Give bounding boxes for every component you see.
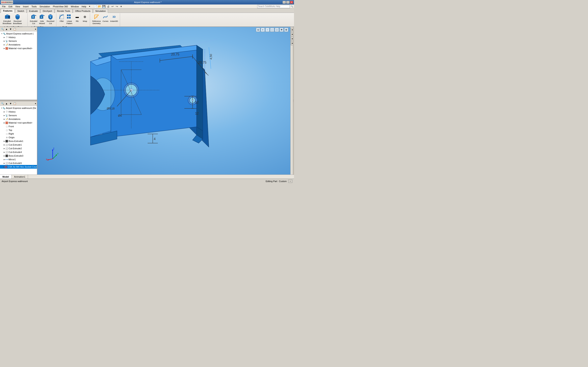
menu-arrow[interactable]: ▾ xyxy=(88,5,91,8)
zoom-to-fit-btn[interactable]: ⊡ xyxy=(256,28,260,32)
tree-item-right[interactable]: ◻ Right xyxy=(0,132,37,136)
hole-wizard-button[interactable]: HoleWizard xyxy=(38,14,45,25)
tree-item-root1[interactable]: ▼ 🔩 Airport Express wallmount ( xyxy=(0,32,37,35)
menu-photoview[interactable]: PhotoView 360 xyxy=(52,5,69,8)
qa-undo[interactable]: ↩ xyxy=(111,5,114,8)
qa-open[interactable]: 📂 xyxy=(98,5,102,8)
qa-options[interactable]: ▾ xyxy=(119,5,123,8)
close-button[interactable]: ✕ xyxy=(290,1,293,4)
menu-help[interactable]: Help xyxy=(80,5,87,8)
tree-item-history1[interactable]: ▶ ⏱ History xyxy=(0,35,37,39)
extruded-cut-button[interactable]: ExtrudedCut xyxy=(29,14,38,25)
curves-button[interactable]: Curves xyxy=(102,14,109,23)
ref-buttons-row: ReferenceGeometry Curves 3D Instant3D xyxy=(92,14,119,25)
linear-pattern-icon xyxy=(67,14,72,20)
fillet-button[interactable]: Fillet xyxy=(58,14,65,23)
tab-evaluate[interactable]: Evaluate xyxy=(27,9,40,13)
tree-item-annotations2[interactable]: ▶ 📝 Annotations xyxy=(0,117,37,121)
panel-collapse-btn-b[interactable]: ▲ xyxy=(5,102,8,105)
menu-window[interactable]: Window xyxy=(70,5,80,8)
statusbar-resize-btn[interactable]: ▫ xyxy=(288,180,292,183)
label-boss-extrude1: Boss-Extrude1 xyxy=(9,140,23,142)
linear-pattern-label: LinearPattern xyxy=(66,20,72,25)
panel-search-btn-b[interactable]: 🔍 xyxy=(1,102,4,105)
panel-copy-btn[interactable]: 📋 xyxy=(13,27,17,31)
label-boss-extrude3: Boss-Extrude3 xyxy=(9,155,23,157)
instant3d-button[interactable]: 3D Instant3D xyxy=(109,14,119,23)
qa-save[interactable]: 💾 xyxy=(102,5,106,8)
search-icon[interactable]: 🔍 xyxy=(291,5,293,8)
hide-show-btn[interactable]: 👁 xyxy=(279,28,284,32)
svg-text:X: X xyxy=(46,158,47,161)
menu-simulation[interactable]: Simulation xyxy=(38,5,51,8)
panel-collapse-btn[interactable]: ▲ xyxy=(5,27,8,31)
arrow-top xyxy=(3,129,5,131)
menu-view[interactable]: View xyxy=(14,5,21,8)
titlebar: SOLIDWORKS Airport Express wallmount * ─… xyxy=(0,0,294,4)
panel-scroll-arrow-b[interactable]: ▸ xyxy=(35,102,36,105)
arrow-cut-extrude1: ▶ xyxy=(3,144,5,146)
tree-item-origin[interactable]: ⊕ Origin xyxy=(0,136,37,139)
tree-item-csk[interactable]: ▶ ⭕ CSK for M4 Hex Socket Counte xyxy=(0,165,37,169)
tree-item-mirror1[interactable]: ▶ ⟺ Mirror1 xyxy=(0,158,37,161)
tab-features[interactable]: Features xyxy=(1,9,15,13)
tree-item-cut-extrude1[interactable]: ▶ ⬜ Cut-Extrude1 xyxy=(0,143,37,147)
tree-item-front[interactable]: ◻ Front xyxy=(0,125,37,128)
tree-item-annotations1[interactable]: ▶ 📝 Annotations xyxy=(0,43,37,47)
wrap-button[interactable]: ⊕ Wrap xyxy=(81,14,89,23)
tab-model[interactable]: Model xyxy=(0,175,12,179)
tree-item-history2[interactable]: ▶ ⏱ History xyxy=(0,110,37,114)
zoom-out-btn[interactable]: − xyxy=(265,28,269,32)
tab-office-products[interactable]: Office Products xyxy=(73,9,93,13)
tab-simulation[interactable]: Simulation xyxy=(93,9,108,13)
panel-copy-btn-b[interactable]: 📋 xyxy=(13,102,17,105)
qa-redo[interactable]: ↪ xyxy=(115,5,119,8)
arrow-sensors1: ▶ xyxy=(3,40,5,42)
tree-item-boss-extrude3[interactable]: ▶ ⬛ Boss-Extrude3 xyxy=(0,154,37,158)
tree-item-material2[interactable]: ▶ 🧱 Material <not specified> xyxy=(0,121,37,125)
rib-button[interactable]: ▬ Rib xyxy=(73,14,81,23)
statusbar-model-name: Airport Express wallmount xyxy=(2,180,28,183)
tree-item-cut-extrude5[interactable]: ▶ ⬜ Cut-Extrude5 xyxy=(0,161,37,165)
tree-item-boss-extrude1[interactable]: ▶ ⬛ Boss-Extrude1 xyxy=(0,139,37,143)
icon-top: ◻ xyxy=(5,129,8,132)
panel-expand-btn[interactable]: ▼ xyxy=(9,27,12,31)
tree-item-sensors1[interactable]: ▶ 📡 Sensors xyxy=(0,39,37,43)
tree-item-top[interactable]: ◻ Top xyxy=(0,128,37,132)
maximize-button[interactable]: □ xyxy=(286,1,290,4)
viewport[interactable]: 20,75 20,75 4,50 Ø9,18 Ø6 xyxy=(37,27,290,175)
label-cut-extrude2: Cut-Extrude2 xyxy=(9,147,22,150)
search-input[interactable] xyxy=(257,5,290,8)
display-style-btn[interactable]: □ xyxy=(275,28,279,32)
tree-item-cut-extrude4[interactable]: ▶ ⬜ Cut-Extrude4 xyxy=(0,150,37,154)
tab-render-tools[interactable]: Render Tools xyxy=(55,9,72,13)
tree-item-sensors2[interactable]: ▶ 📡 Sensors xyxy=(0,114,37,117)
menu-insert[interactable]: Insert xyxy=(22,5,30,8)
revolved-cut-button[interactable]: RevolvedCut xyxy=(46,14,55,25)
menu-edit[interactable]: Edit xyxy=(7,5,14,8)
qa-print[interactable]: 🖨 xyxy=(106,5,110,8)
revolved-boss-button[interactable]: RevolvedBoss/Base xyxy=(12,14,22,25)
panel-scroll-arrow[interactable]: ▸ xyxy=(35,28,36,30)
linear-pattern-button[interactable]: LinearPattern xyxy=(66,14,73,25)
panel-expand-btn-b[interactable]: ▼ xyxy=(9,102,12,105)
tab-sketch[interactable]: Sketch xyxy=(15,9,26,13)
view-orient-btn[interactable]: ⬚ xyxy=(270,28,274,32)
menu-file[interactable]: File xyxy=(1,5,7,8)
menu-tools[interactable]: Tools xyxy=(30,5,38,8)
extruded-boss-button[interactable]: ExtrudedBoss/Base xyxy=(2,14,12,25)
icon-material2: 🧱 xyxy=(5,121,8,124)
panel-search-btn[interactable]: 🔍 xyxy=(1,27,4,31)
tab-animation1[interactable]: Animation1 xyxy=(12,175,28,179)
tree-item-root2[interactable]: ▼ 🔩 Airport Express wallmount (De xyxy=(0,106,37,110)
zoom-in-btn[interactable]: + xyxy=(261,28,265,32)
minimize-button[interactable]: ─ xyxy=(283,1,286,4)
tab-dimxpert[interactable]: DimXpert xyxy=(40,9,54,13)
tree-item-material1[interactable]: ▶ 🧱 Material <not specified> xyxy=(0,47,37,50)
label-sensors1: Sensors xyxy=(9,40,17,42)
qa-new[interactable]: 📄 xyxy=(94,5,97,8)
view-settings-btn[interactable]: ⚙ xyxy=(284,28,288,32)
quick-access-toolbar: 📄 📂 💾 🖨 ↩ ↪ ▾ xyxy=(94,5,123,8)
tree-item-cut-extrude2[interactable]: ▶ ⬜ Cut-Extrude2 xyxy=(0,147,37,150)
reference-geometry-button[interactable]: ReferenceGeometry xyxy=(92,14,102,25)
